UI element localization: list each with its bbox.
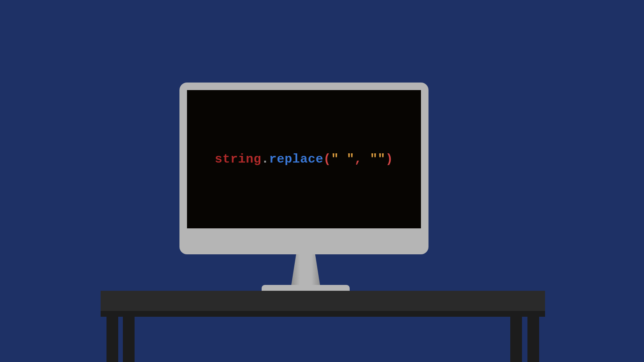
code-token-close-paren: ) (385, 152, 393, 166)
screen: string.replace(" ", "") (187, 90, 421, 228)
desk-edge (101, 311, 545, 317)
monitor-stand-base (262, 285, 350, 291)
desk-leg (510, 311, 522, 362)
monitor-stand-neck (291, 253, 320, 287)
monitor: string.replace(" ", "") (179, 83, 428, 254)
desk-top (101, 291, 545, 311)
desk-leg (527, 311, 539, 362)
code-token-method: replace (269, 152, 324, 166)
code-token-comma: , (354, 152, 370, 166)
code-token-object: string (215, 152, 261, 166)
code-token-string-arg1: " " (331, 152, 355, 166)
desk-leg (106, 311, 118, 362)
code-token-dot: . (261, 152, 269, 166)
code-token-open-paren: ( (323, 152, 331, 166)
monitor-chin (179, 228, 428, 254)
code-line: string.replace(" ", "") (215, 152, 393, 166)
desk-leg (123, 311, 135, 362)
code-token-string-arg2: "" (370, 152, 385, 166)
